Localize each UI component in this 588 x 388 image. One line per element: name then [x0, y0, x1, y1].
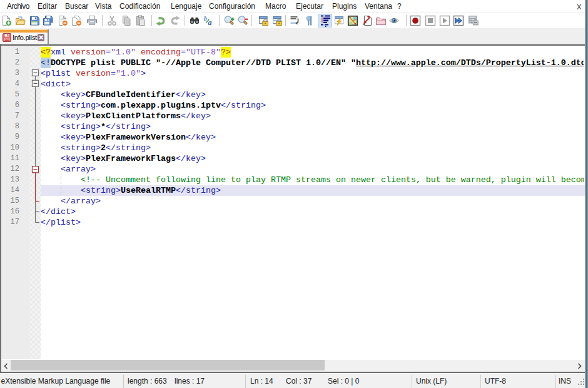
- svg-text:b: b: [204, 15, 207, 22]
